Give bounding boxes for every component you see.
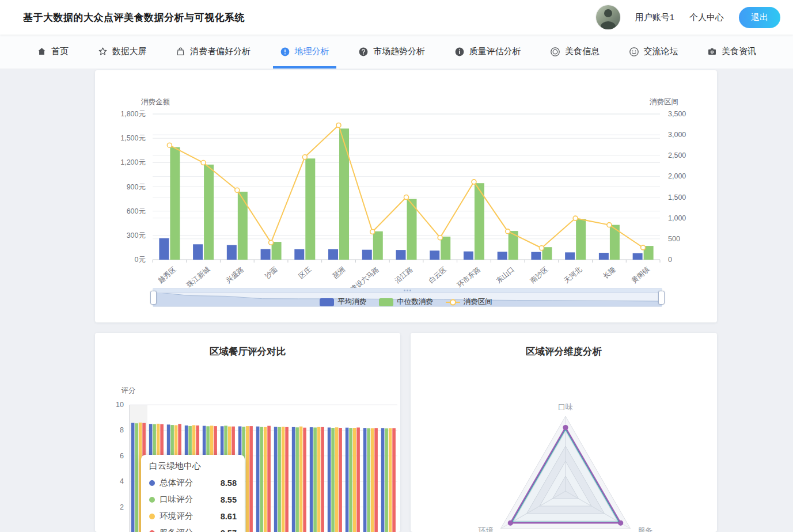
tooltip-row: 服务评分8.57 <box>149 527 237 532</box>
consumption-chart: 消费金额消费区间0元300元600元900元1,200元1,500元1,800元… <box>95 70 717 322</box>
nav-item-9[interactable]: 美食资讯 <box>707 35 756 69</box>
svg-text:0: 0 <box>668 256 672 264</box>
nav-item-label: 交流论坛 <box>644 46 678 57</box>
svg-text:1,500: 1,500 <box>668 193 686 202</box>
legend-bar-marker <box>320 298 334 306</box>
user-avatar[interactable] <box>596 5 620 29</box>
svg-text:沿江路: 沿江路 <box>393 265 415 285</box>
logout-button[interactable]: 退出 <box>739 7 780 28</box>
legend-item-1[interactable]: 平均消费 <box>320 297 366 307</box>
radar-chart-card: 区域评分维度分析 口味环境服务 <box>411 333 717 532</box>
rating-tooltip: 白云绿地中心总体评分8.58口味评分8.55环境评分8.61服务评分8.57 <box>141 455 245 532</box>
svg-text:0元: 0元 <box>135 256 146 264</box>
svg-text:3,000: 3,000 <box>668 131 686 139</box>
tooltip-row: 总体评分8.58 <box>149 477 237 488</box>
svg-text:越秀区: 越秀区 <box>157 265 178 285</box>
question-circle-icon <box>358 47 369 57</box>
nav-item-label: 美食资讯 <box>722 46 756 57</box>
svg-text:500: 500 <box>668 235 680 243</box>
tooltip-row-value: 8.61 <box>221 512 237 521</box>
nav-item-label: 数据大屏 <box>112 46 147 57</box>
nav-item-5[interactable]: 市场趋势分析 <box>358 35 425 69</box>
tooltip-category: 白云绿地中心 <box>149 461 237 472</box>
svg-text:4: 4 <box>120 477 124 485</box>
legend-bar-marker <box>379 298 393 306</box>
profile-link[interactable]: 个人中心 <box>689 12 724 23</box>
svg-text:珠江新城: 珠江新城 <box>185 265 211 290</box>
nav-item-label: 地理分析 <box>295 46 329 57</box>
nav-item-7[interactable]: 美食信息 <box>550 35 600 69</box>
tooltip-row-value: 8.55 <box>221 495 237 504</box>
nav-item-6[interactable]: 质量评估分析 <box>454 35 521 69</box>
svg-text:600元: 600元 <box>127 207 146 215</box>
svg-text:消费金额: 消费金额 <box>141 98 170 106</box>
nav-item-8[interactable]: 交流论坛 <box>629 35 678 69</box>
svg-text:6: 6 <box>120 452 124 460</box>
legend-line-marker <box>446 298 460 306</box>
svg-text:服务: 服务 <box>638 526 653 532</box>
nav-item-label: 消费者偏好分析 <box>190 46 251 57</box>
series-dot-icon <box>149 480 155 486</box>
rating-chart-card: 区域餐厅评分对比 246810评分 白云绿地中心总体评分8.58口味评分8.55… <box>95 333 400 532</box>
nav-item-label: 美食信息 <box>565 46 600 57</box>
svg-text:口味: 口味 <box>558 402 573 411</box>
shopping-bag-icon <box>176 47 185 56</box>
svg-text:天河北: 天河北 <box>563 265 584 285</box>
svg-text:黄阁镇: 黄阁镇 <box>630 265 651 285</box>
svg-text:300元: 300元 <box>127 231 146 240</box>
nav-item-label: 质量评估分析 <box>469 46 521 57</box>
consumption-chart-card: 消费金额消费区间0元300元600元900元1,200元1,500元1,800元… <box>95 70 717 322</box>
tooltip-row-label: 口味评分 <box>160 494 193 505</box>
camera-icon <box>707 47 717 56</box>
tooltip-row-value: 8.58 <box>221 478 237 488</box>
double-circle-icon <box>550 47 560 57</box>
svg-text:3,500: 3,500 <box>668 110 686 118</box>
chat-face-icon <box>629 47 639 57</box>
tooltip-row-label: 总体评分 <box>160 477 193 488</box>
svg-text:兴盛路: 兴盛路 <box>224 265 245 285</box>
legend-label: 消费区间 <box>464 297 492 307</box>
nav-item-1[interactable]: 首页 <box>37 35 69 69</box>
svg-text:2,500: 2,500 <box>668 151 686 159</box>
svg-text:消费区间: 消费区间 <box>650 98 678 106</box>
svg-text:白云区: 白云区 <box>427 265 449 285</box>
svg-text:评分: 评分 <box>122 386 136 394</box>
svg-text:沙面: 沙面 <box>263 265 279 281</box>
svg-text:2,000: 2,000 <box>668 172 686 180</box>
nav-item-3[interactable]: 消费者偏好分析 <box>176 35 251 69</box>
exclamation-circle-icon <box>280 47 290 57</box>
star-icon <box>98 47 108 56</box>
datazoom-move-handle[interactable] <box>400 289 415 292</box>
nav-item-4[interactable]: 地理分析 <box>280 35 329 69</box>
series-dot-icon <box>149 514 155 519</box>
nav-item-label: 市场趋势分析 <box>373 46 425 57</box>
svg-text:1,000: 1,000 <box>668 214 686 222</box>
svg-text:南沙区: 南沙区 <box>529 265 550 285</box>
svg-text:2: 2 <box>120 503 124 511</box>
chart-legend: 平均消费中位数消费消费区间 <box>95 297 717 307</box>
svg-text:10: 10 <box>116 401 124 409</box>
legend-item-3[interactable]: 消费区间 <box>446 297 492 307</box>
tooltip-row: 环境评分8.61 <box>149 511 237 522</box>
username-label: 用户账号1 <box>635 12 674 23</box>
svg-text:东山口: 东山口 <box>495 265 516 285</box>
tooltip-row: 口味评分8.55 <box>149 494 237 505</box>
app-header: 基于大数据的大众点评美食数据分析与可视化系统 用户账号1 个人中心 退出 <box>0 0 793 35</box>
tooltip-row-label: 服务评分 <box>160 527 193 532</box>
svg-text:1,500元: 1,500元 <box>120 134 146 142</box>
app-title: 基于大数据的大众点评美食数据分析与可视化系统 <box>23 11 245 24</box>
svg-text:环市东路: 环市东路 <box>455 265 482 290</box>
svg-text:琶洲: 琶洲 <box>331 265 347 280</box>
series-dot-icon <box>149 497 155 503</box>
svg-text:1,200元: 1,200元 <box>120 158 146 166</box>
svg-text:900元: 900元 <box>127 183 146 191</box>
svg-text:8: 8 <box>120 426 124 434</box>
nav-item-2[interactable]: 数据大屏 <box>98 35 147 69</box>
main-nav: 首页数据大屏消费者偏好分析地理分析市场趋势分析质量评估分析美食信息交流论坛美食资… <box>0 35 793 69</box>
radar-chart: 口味环境服务 <box>411 333 717 532</box>
tooltip-row-label: 环境评分 <box>160 511 193 522</box>
svg-text:长隆: 长隆 <box>601 265 617 280</box>
legend-item-2[interactable]: 中位数消费 <box>379 297 433 307</box>
legend-label: 平均消费 <box>337 297 366 307</box>
svg-text:环境: 环境 <box>477 526 494 532</box>
